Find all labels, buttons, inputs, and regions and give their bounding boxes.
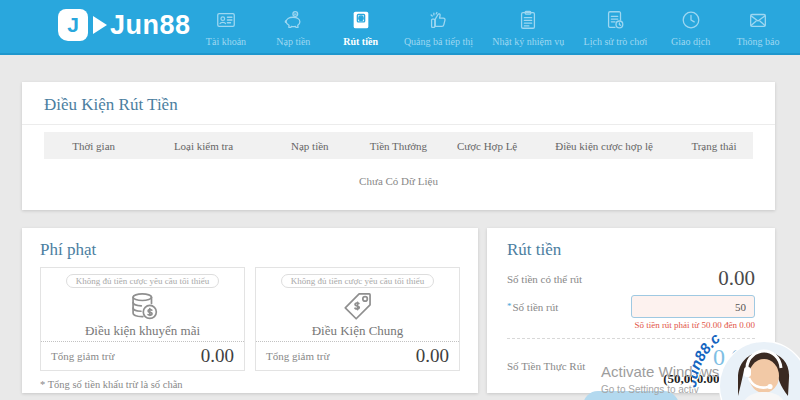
column-header: Thời gian: [44, 140, 143, 152]
penalty-boxes: Không đủ tiền cược yêu cầu tối thiểu Điề…: [40, 267, 460, 371]
logo-j-icon: J: [58, 9, 88, 41]
conditions-table-header: Thời gian Loại kiểm tra Nạp tiền Tiền Th…: [44, 132, 753, 159]
available-amount-row: Số tiền có thể rút 0.00: [507, 266, 755, 291]
column-header: Loại kiểm tra: [143, 140, 264, 152]
tooltip-pill: Không đủ tiền cược yêu cầu tối thiểu: [66, 274, 219, 288]
nav-label: Lịch sử trò chơi: [584, 36, 648, 47]
nav-label: Nạp tiền: [276, 36, 310, 47]
available-amount-label: Số tiền có thể rút: [507, 273, 582, 285]
actual-amount-label: Số Tiền Thực Rút: [507, 360, 585, 372]
nav-item-transactions[interactable]: Giao dịch: [667, 9, 715, 47]
clipboard-icon: [517, 9, 539, 33]
logo-text: Jun88: [110, 10, 191, 41]
activate-windows-subtext: Go to Settings to activ: [601, 384, 699, 395]
column-header: Tiền Thưởng: [356, 140, 441, 152]
nav-item-account[interactable]: Tài khoản: [202, 9, 250, 47]
clock-icon: [680, 9, 702, 33]
promo-condition-box: Không đủ tiền cược yêu cầu tối thiểu Điề…: [40, 267, 245, 371]
atm-withdraw-icon: [350, 9, 372, 33]
withdraw-conditions-card: Điều Kiện Rút Tiền Thời gian Loại kiểm t…: [22, 82, 775, 210]
penalty-fee-card: Phí phạt Không đủ tiền cược yêu cầu tối …: [22, 228, 478, 393]
jun88-logo[interactable]: J Jun88: [58, 9, 191, 41]
empty-state-text: Chưa Có Dữ Liệu: [22, 175, 775, 187]
price-tag-icon: [256, 289, 459, 323]
nav-item-withdraw[interactable]: Rút tiền: [337, 9, 385, 47]
envelope-icon: [747, 9, 769, 33]
withdraw-amount-label: *Số tiền rút: [507, 301, 558, 313]
nav-item-deposit[interactable]: Nạp tiền: [269, 9, 317, 47]
nav-label: Tài khoản: [206, 36, 246, 47]
main-nav: Tài khoản Nạp tiền Rút tiền Quảng bá tiế…: [202, 6, 782, 50]
withdraw-amount-row: *Số tiền rút: [507, 295, 755, 318]
nav-item-game-history[interactable]: Lịch sử trò chơi: [584, 9, 648, 47]
nav-label: Giao dịch: [671, 36, 710, 47]
column-header: Cược Hợp Lệ: [441, 140, 533, 152]
nav-item-missions[interactable]: Nhật ký nhiệm vụ: [492, 9, 564, 47]
coins-icon: [41, 289, 244, 323]
promo-condition-label: Điều kiện khuyến mãi: [41, 323, 244, 339]
tooltip-pill: Không đủ tiền cược yêu cầu tối thiểu: [281, 274, 434, 288]
top-header: J Jun88 Tài khoản Nạp tiền Rút tiền: [0, 0, 800, 55]
play-triangle-icon: [93, 16, 107, 34]
support-agent-badge: Jun88.c: [692, 320, 800, 400]
divider: [22, 124, 775, 125]
general-condition-box: Không đủ tiền cược yêu cầu tối thiểu Điề…: [255, 267, 460, 371]
deduction-label: Tổng giảm trừ: [266, 350, 329, 362]
conditions-card-title: Điều Kiện Rút Tiền: [22, 82, 775, 124]
column-header: Nạp tiền: [264, 140, 356, 152]
nav-label: Nhật ký nhiệm vụ: [492, 36, 564, 47]
column-header: Trạng thái: [675, 140, 753, 152]
general-deduction-row: Tổng giảm trừ 0.00: [256, 341, 459, 370]
promo-deduction-row: Tổng giảm trừ 0.00: [41, 341, 244, 370]
nav-item-notifications[interactable]: Thông báo: [734, 9, 782, 47]
withdraw-card-title: Rút tiền: [507, 228, 755, 266]
column-header: Điều kiện cược hợp lệ: [533, 140, 675, 152]
general-condition-label: Điều Kiện Chung: [256, 323, 459, 339]
id-card-icon: [215, 9, 237, 33]
withdraw-amount-input[interactable]: [631, 295, 755, 318]
required-mark: *: [507, 301, 512, 311]
deduction-value: 0.00: [201, 345, 234, 367]
thumbs-up-icon: [427, 9, 449, 33]
jun88-watermark: Jun88.c: [692, 329, 724, 388]
nav-label: Rút tiền: [343, 36, 378, 47]
penalty-card-title: Phí phạt: [40, 228, 460, 267]
penalty-footnote: * Tổng số tiền khấu trừ là số chẵn: [40, 379, 460, 390]
nav-item-promotion[interactable]: Quảng bá tiếp thị: [404, 9, 473, 47]
deduction-value: 0.00: [416, 345, 449, 367]
history-document-icon: [604, 9, 626, 33]
nav-label: Thông báo: [736, 36, 779, 47]
piggy-bank-icon: [282, 9, 304, 33]
deduction-label: Tổng giảm trừ: [51, 350, 114, 362]
nav-label: Quảng bá tiếp thị: [404, 36, 473, 47]
available-amount-value: 0.00: [718, 266, 755, 291]
